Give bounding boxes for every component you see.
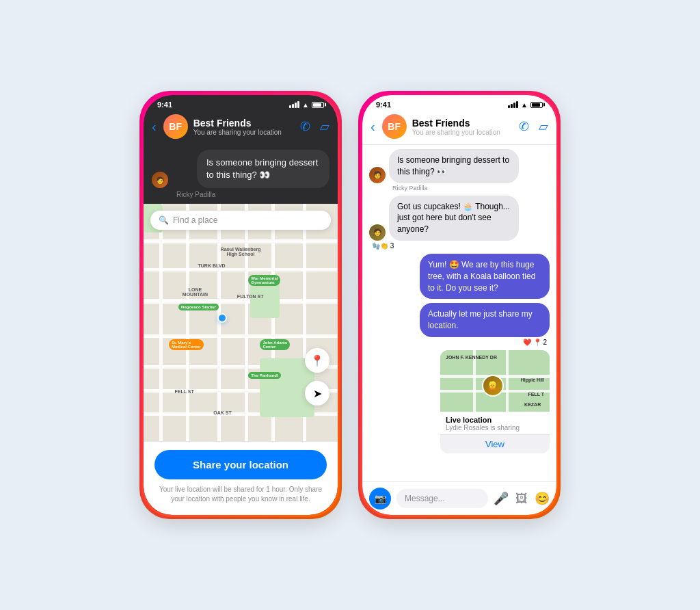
msg-bubble-3: Yum! 🤩 We are by this huge tree, with a …: [420, 254, 550, 299]
right-back-button[interactable]: ‹: [371, 119, 375, 135]
left-time: 9:41: [157, 101, 172, 109]
right-phone-inner: 9:41 ▲: [362, 95, 556, 515]
msg-row-2: 🧑 Got us cupcakes! 🧁 Though... just got …: [369, 196, 550, 250]
map-search-bar[interactable]: 🔍 Find a place: [150, 211, 331, 230]
right-avatar-placeholder: BF: [382, 114, 407, 139]
location-pin-button[interactable]: 📍: [305, 348, 329, 373]
bar4: [297, 101, 299, 108]
right-input-area: 📷 Message... 🎤 🖼 😊: [362, 481, 556, 515]
right-header-subtitle: You are sharing your location: [412, 129, 513, 136]
location-card: JOHN F. KENNEDY DR FELL T KEZAR Hippie H…: [440, 350, 550, 453]
signal-bars-icon: [289, 101, 299, 108]
msg-text-4: Actually let me just share my location.: [428, 309, 533, 330]
msg-row-4: Actually let me just share my location. …: [369, 303, 550, 346]
map-label-lone: LONEMOUNTAIN: [183, 287, 208, 297]
left-message-text: Is someone bringing dessert to this thin…: [206, 157, 320, 181]
map-road-h3: [144, 299, 338, 304]
rbar2: [511, 104, 513, 108]
battery-fill: [313, 103, 321, 107]
microphone-button[interactable]: 🎤: [494, 491, 509, 506]
left-status-right: ▲: [289, 101, 324, 109]
right-signal-bars-icon: [508, 101, 518, 108]
map-label-fell: FELL ST: [174, 389, 193, 394]
phones-container: 9:41 ▲: [139, 91, 561, 519]
share-location-button[interactable]: Share your location: [154, 450, 327, 479]
map-road-h4: [144, 334, 338, 338]
right-header-actions: ✆ ▱: [519, 119, 548, 134]
map-label-oak: OAK ST: [213, 410, 231, 415]
msg-row-1: 🧑 Is someone bringing dessert to this th…: [369, 149, 550, 191]
rbar3: [513, 103, 515, 108]
map-road-v4: [245, 204, 248, 441]
msg-reactions-2: 🧤👏 3: [369, 242, 550, 250]
left-chat-area: 🧑 Is someone bringing dessert to this th…: [144, 144, 338, 204]
location-subtitle: Lydie Rosales is sharing: [446, 424, 544, 432]
emoji-button[interactable]: 😊: [535, 491, 550, 506]
right-chat-area: 🧑 Is someone bringing dessert to this th…: [362, 145, 556, 481]
msg-row-sent-1: Yum! 🤩 We are by this huge tree, with a …: [369, 254, 550, 299]
search-icon: 🔍: [159, 215, 169, 225]
left-header-subtitle: You are sharing your location: [193, 129, 295, 136]
bar1: [289, 105, 291, 108]
left-call-button[interactable]: ✆: [300, 119, 310, 134]
right-video-button[interactable]: ▱: [539, 119, 548, 134]
right-phone-border: 9:41 ▲: [358, 91, 561, 519]
right-header-info: Best Friends You are sharing your locati…: [412, 118, 513, 136]
map-poi-adams: John AdamsCenter: [260, 339, 290, 350]
left-sender-avatar: 🧑: [152, 172, 168, 188]
photo-button[interactable]: 🖼: [515, 492, 528, 506]
left-header-actions: ✆ ▱: [300, 119, 329, 134]
right-status-bar: 9:41 ▲: [362, 95, 556, 111]
left-map-area[interactable]: Raoul WallenbergHigh School LONEMOUNTAIN…: [144, 204, 338, 441]
map-label-fulton: FULTON ST: [237, 294, 264, 299]
navigation-button[interactable]: ➤: [305, 381, 329, 406]
right-group-avatar: BF: [382, 114, 407, 139]
left-header-info: Best Friends You are sharing your locati…: [193, 118, 295, 136]
view-location-button[interactable]: View: [440, 434, 550, 453]
map-poi-war: War MemorialGymnasium: [248, 275, 280, 286]
rbar1: [508, 105, 510, 108]
msg-row-received-1: 🧑 Is someone bringing dessert to this th…: [369, 149, 550, 183]
message-placeholder: Message...: [405, 494, 445, 503]
message-input[interactable]: Message...: [396, 489, 488, 508]
loc-label-kennedy: JOHN F. KENNEDY DR: [446, 355, 497, 360]
bar2: [292, 104, 294, 108]
left-share-area: Share your location Your live location w…: [144, 441, 338, 515]
right-chat-header: ‹ BF Best Friends You are sharing your l…: [362, 111, 556, 145]
msg-text-2: Got us cupcakes! 🧁 Though... just got he…: [397, 202, 510, 235]
left-status-bar: 9:41 ▲: [144, 95, 338, 111]
map-label-turk: TURK BLVD: [198, 263, 226, 268]
left-sender-name: Ricky Padilla: [176, 191, 329, 198]
wifi-icon: ▲: [302, 101, 309, 109]
left-phone-inner: 9:41 ▲: [144, 95, 338, 515]
map-poi-stadium: Negoesco Stadiur: [178, 304, 219, 310]
left-group-avatar: BF: [163, 114, 188, 139]
msg-row-3: Yum! 🤩 We are by this huge tree, with a …: [369, 254, 550, 299]
loc-user-avatar: 👱: [482, 375, 504, 397]
right-call-button[interactable]: ✆: [519, 119, 529, 134]
left-header-name: Best Friends: [193, 118, 295, 129]
loc-road-v2: [506, 350, 509, 412]
navigation-icon: ➤: [313, 387, 322, 400]
search-placeholder: Find a place: [173, 215, 217, 225]
map-road-v1: [159, 204, 163, 441]
left-back-button[interactable]: ‹: [152, 119, 157, 135]
msg-row-received-2: 🧑 Got us cupcakes! 🧁 Though... just got …: [369, 196, 550, 241]
loc-label-hippie: Hippie Hill: [521, 377, 544, 382]
battery-icon: [312, 102, 324, 108]
msg-text-3: Yum! 🤩 We are by this huge tree, with a …: [428, 260, 535, 293]
right-time: 9:41: [376, 101, 391, 109]
left-phone-border: 9:41 ▲: [139, 91, 342, 519]
map-poi-stmary: St. Mary'sMedical Center: [169, 339, 204, 350]
camera-button[interactable]: 📷: [369, 488, 391, 509]
map-label-school: Raoul WallenbergHigh School: [221, 247, 261, 256]
loc-label-fell: FELL T: [528, 392, 544, 397]
left-phone: 9:41 ▲: [142, 93, 340, 517]
msg-avatar-2: 🧑: [369, 224, 386, 241]
bar3: [295, 103, 297, 108]
loc-label-kezar: KEZAR: [524, 402, 541, 407]
right-battery-icon: [530, 102, 543, 108]
pin-icon: 📍: [310, 354, 324, 367]
left-video-button[interactable]: ▱: [320, 119, 329, 134]
left-message-bubble: Is someone bringing dessert to this thin…: [197, 150, 329, 188]
